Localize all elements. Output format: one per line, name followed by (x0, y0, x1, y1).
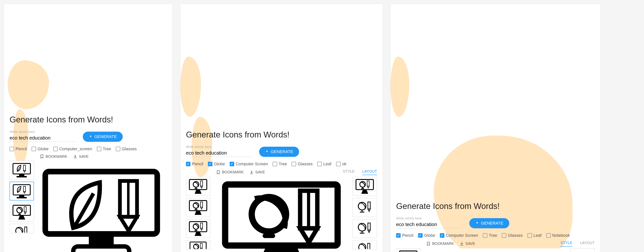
save-button[interactable]: SAVE (460, 241, 475, 246)
concept-checkbox[interactable]: Computer Screen (440, 233, 478, 238)
bookmark-icon (216, 170, 220, 175)
concept-checkbox[interactable]: Computer_screen (53, 147, 92, 151)
main-canvas[interactable] (422, 248, 568, 252)
result-thumbnails (10, 161, 34, 252)
style-variants (570, 248, 595, 252)
main-canvas[interactable] (212, 177, 351, 252)
canvas-icon (216, 180, 347, 252)
result-thumb[interactable] (186, 177, 210, 196)
tab-style[interactable]: STYLE (343, 169, 355, 175)
svg-point-58 (252, 197, 286, 231)
download-icon (73, 154, 78, 159)
prompt-input[interactable] (10, 134, 75, 142)
panel-step-a: Generate Icons from Words! Write words h… (4, 4, 173, 252)
canvas-icon (39, 163, 164, 252)
result-thumb[interactable] (10, 182, 34, 200)
prompt-input[interactable] (396, 221, 462, 228)
concept-row: Pencil Globe Computer Screen Tree Glasse… (186, 162, 377, 166)
layout-thumb[interactable] (352, 219, 377, 238)
layout-thumb[interactable] (352, 198, 377, 217)
concept-checkbox[interactable]: Pencil (396, 233, 414, 238)
concept-row: Pencil Globe Computer Screen Tree Glasse… (396, 233, 595, 238)
result-thumb[interactable] (10, 224, 34, 233)
layout-variants (352, 177, 377, 252)
concept-checkbox[interactable]: Globe (208, 162, 225, 166)
panel-step-ef: Generate Icons from Words! Write words h… (390, 4, 600, 252)
svg-rect-56 (225, 184, 338, 245)
concept-row: Pencil Globe Computer_screen Tree Glasse… (10, 147, 167, 151)
main-canvas[interactable] (36, 161, 167, 252)
result-thumbnails (186, 177, 210, 252)
send-icon (475, 221, 479, 225)
tab-layout[interactable]: LAYOUT (362, 169, 377, 175)
concept-checkbox[interactable]: Globe (418, 233, 435, 238)
concept-checkbox[interactable]: Tree (483, 233, 497, 238)
concept-checkbox[interactable]: Pencil (186, 162, 203, 166)
concept-checkbox[interactable]: Leaf (317, 162, 332, 166)
generate-button[interactable]: GENERATE (83, 132, 123, 142)
concept-checkbox[interactable]: Glasses (292, 162, 312, 166)
concept-checkbox[interactable]: Tree (97, 147, 111, 151)
layout-thumb[interactable] (352, 177, 377, 196)
svg-marker-55 (120, 217, 137, 231)
download-icon (250, 170, 254, 175)
save-button[interactable]: SAVE (73, 154, 89, 159)
send-icon (265, 150, 269, 154)
result-thumb[interactable] (10, 161, 34, 179)
result-thumbnails (396, 248, 420, 252)
concept-checkbox[interactable]: Leaf (528, 233, 542, 238)
generate-button[interactable]: GENERATE (469, 218, 509, 228)
result-thumb[interactable] (396, 248, 420, 252)
app-title: Generate Icons from Words! (10, 115, 167, 124)
send-icon (89, 135, 92, 139)
download-icon (460, 241, 464, 246)
bookmark-icon (40, 154, 44, 159)
panel-step-cd: Generate Icons from Words! Write words h… (180, 4, 383, 252)
layout-thumb[interactable] (352, 240, 377, 249)
concept-checkbox[interactable]: Notebook (546, 233, 570, 238)
input-label: Write words here (186, 145, 252, 149)
concept-checkbox[interactable]: ok (336, 162, 346, 166)
input-label: Write words here (10, 130, 75, 134)
generate-button[interactable]: GENERATE (259, 147, 299, 157)
save-button[interactable]: SAVE (250, 170, 265, 175)
bookmark-button[interactable]: BOOKMARK (40, 154, 67, 159)
result-thumb[interactable] (186, 198, 210, 217)
concept-checkbox[interactable]: Computer Screen (230, 162, 268, 166)
svg-rect-51 (73, 246, 129, 252)
svg-rect-59 (263, 233, 275, 238)
bookmark-button[interactable]: BOOKMARK (216, 170, 244, 175)
app-title: Generate Icons from Words! (396, 201, 595, 211)
style-thumb[interactable] (570, 248, 595, 252)
concept-checkbox[interactable]: Glasses (116, 147, 136, 151)
concept-checkbox[interactable]: Pencil (10, 147, 27, 151)
bookmark-icon (426, 241, 431, 246)
result-thumb[interactable] (186, 240, 210, 249)
bookmark-button[interactable]: BOOKMARK (426, 241, 454, 246)
svg-marker-62 (300, 228, 318, 242)
tab-style[interactable]: STYLE (560, 241, 572, 246)
input-label: Write words here (396, 216, 462, 220)
prompt-input[interactable] (186, 149, 252, 157)
result-thumb[interactable] (10, 203, 34, 221)
concept-checkbox[interactable]: Globe (32, 147, 48, 151)
app-title: Generate Icons from Words! (186, 130, 377, 139)
result-thumb[interactable] (186, 219, 210, 238)
concept-checkbox[interactable]: Tree (273, 162, 287, 166)
tab-layout[interactable]: LAYOUT (580, 241, 595, 246)
concept-checkbox[interactable]: Glasses (502, 233, 522, 238)
